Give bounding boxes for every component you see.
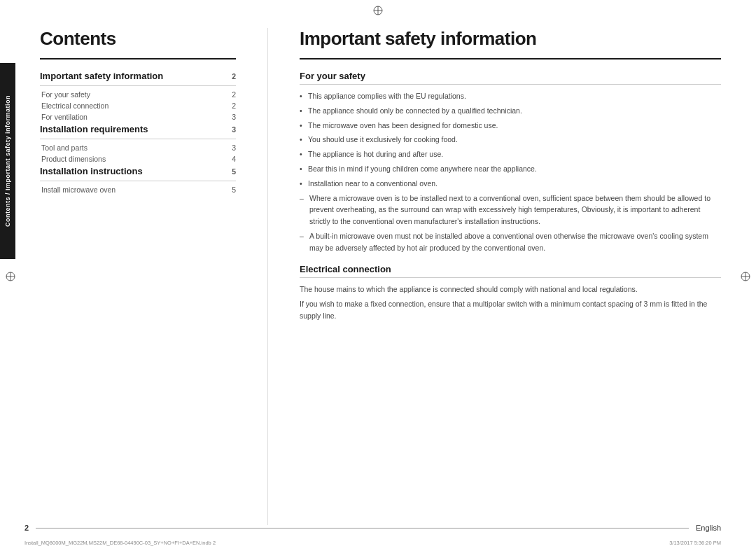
bottom-line xyxy=(36,528,689,528)
for-your-safety-section: For your safety This appliance complies … xyxy=(300,71,721,254)
language-label: English xyxy=(696,524,721,532)
reg-mark-right xyxy=(741,272,750,281)
safety-divider xyxy=(300,58,721,59)
electrical-connection-section: Electrical connection The house mains to… xyxy=(300,264,721,322)
left-column: Contents Important safety information 2 … xyxy=(40,28,257,525)
column-divider xyxy=(267,28,268,525)
toc-divider-2 xyxy=(40,139,236,139)
safety-bullet: The appliance is hot during and after us… xyxy=(300,148,721,160)
safety-bullet: Bear this in mind if young children come… xyxy=(300,163,721,175)
electrical-para-1: The house mains to which the appliance i… xyxy=(300,284,721,295)
safety-bullet: The appliance should only be connected b… xyxy=(300,105,721,117)
toc-item: Product dimensions 4 xyxy=(40,155,236,163)
contents-title: Contents xyxy=(40,28,236,50)
side-tab: Contents / Important safety information xyxy=(0,63,15,259)
safety-dash: Where a microwave oven is to be installe… xyxy=(300,192,721,227)
toc-item: For your safety 2 xyxy=(40,90,236,99)
toc-section-2: Installation requirements 3 Tool and par… xyxy=(40,124,236,163)
page: Contents / Important safety information … xyxy=(0,0,756,553)
footer-timestamp: 3/13/2017 5:36:20 PM xyxy=(669,540,721,546)
toc-item: Install microwave oven 5 xyxy=(40,186,236,194)
toc-divider-3 xyxy=(40,181,236,181)
main-content: Contents Important safety information 2 … xyxy=(15,0,756,553)
toc-section-3-title: Installation instructions 5 xyxy=(40,166,236,176)
toc-item: Tool and parts 3 xyxy=(40,144,236,152)
page-number: 2 xyxy=(24,524,29,532)
side-tab-label: Contents / Important safety information xyxy=(4,95,11,227)
contents-divider xyxy=(40,58,236,59)
safety-section-title: Important safety information xyxy=(300,28,721,50)
safety-bullet: This appliance complies with the EU regu… xyxy=(300,90,721,102)
footer-filename: Install_MQ8000M_MG22M,MS22M_DE68-04490C-… xyxy=(24,540,216,546)
toc-section-2-title: Installation requirements 3 xyxy=(40,124,236,134)
electrical-connection-heading: Electrical connection xyxy=(300,264,721,278)
safety-dash: A built-in microwave oven must not be in… xyxy=(300,230,721,254)
safety-bullet: Installation near to a conventional oven… xyxy=(300,178,721,190)
electrical-para-2: If you wish to make a fixed connection, … xyxy=(300,298,721,322)
toc-section-1: Important safety information 2 For your … xyxy=(40,71,236,121)
toc-divider-1 xyxy=(40,85,236,86)
toc-section-1-title: Important safety information 2 xyxy=(40,71,236,81)
right-column: Important safety information For your sa… xyxy=(279,28,721,525)
toc-item: Electrical connection 2 xyxy=(40,102,236,110)
safety-bullet: The microwave oven has been designed for… xyxy=(300,120,721,132)
reg-mark-top xyxy=(373,6,383,15)
safety-bullet: You should use it exclusively for cookin… xyxy=(300,134,721,146)
toc-section-3: Installation instructions 5 Install micr… xyxy=(40,166,236,194)
for-your-safety-heading: For your safety xyxy=(300,71,721,85)
reg-mark-left xyxy=(6,272,15,281)
footer-info: Install_MQ8000M_MG22M,MS22M_DE68-04490C-… xyxy=(24,540,721,546)
bottom-bar: 2 English xyxy=(24,524,721,532)
toc-item: For ventilation 3 xyxy=(40,113,236,121)
